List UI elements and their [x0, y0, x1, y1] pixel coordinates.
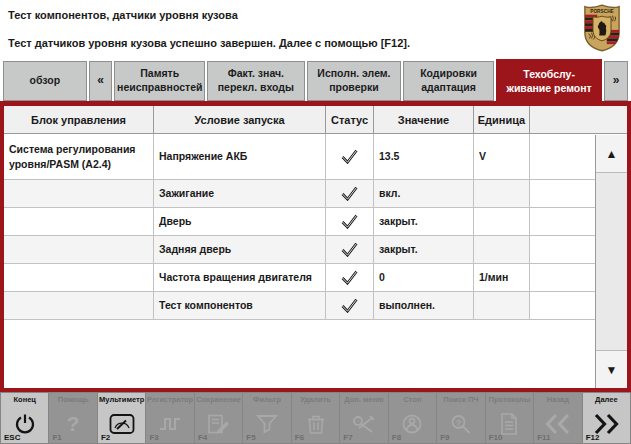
tab-scroll-right[interactable]: »: [604, 61, 628, 101]
toolbar-button-f1: Помощь?F1: [49, 393, 96, 443]
scroll-down-button[interactable]: ▼: [596, 350, 627, 388]
value-cell: 0: [374, 264, 474, 291]
status-cell: [326, 236, 374, 263]
status-cell: [326, 208, 374, 235]
tab-coding[interactable]: Кодировкиадаптация: [403, 61, 494, 101]
condition-cell: Тест компонентов: [154, 292, 326, 319]
extra-menu-icon: [351, 404, 377, 443]
toolbar-button-f4: СохранениеF4: [195, 393, 242, 443]
svg-text:?: ?: [456, 417, 462, 427]
function-key-label: F11: [537, 433, 550, 442]
status-cell: [326, 292, 374, 319]
toolbar-button-label: Конец: [13, 395, 35, 404]
status-ok-icon: [340, 242, 359, 257]
status-cell: [326, 134, 374, 179]
status-cell: [326, 264, 374, 291]
tab-label: проверки: [329, 81, 378, 95]
condition-cell: Дверь: [154, 208, 326, 235]
toolbar-button-f2[interactable]: МультиметрF2: [98, 393, 145, 443]
table-row[interactable]: Задняя дверьзакрыт.: [4, 236, 627, 264]
tab-actuator-tests[interactable]: Исполн. элем.проверки: [307, 61, 402, 101]
units-cell: 1/мин: [474, 264, 530, 291]
unit-cell: [4, 208, 154, 235]
tab-label: неисправностей: [117, 81, 202, 95]
function-key-label: F10: [489, 433, 503, 442]
column-header: Блок управления: [4, 106, 154, 133]
search-icon: ?: [449, 404, 473, 443]
unit-cell: [4, 292, 154, 319]
units-cell: [474, 208, 530, 235]
function-key-bar: КонецESCПомощь?F1МультиметрF2Регистратор…: [0, 392, 631, 444]
trash-icon: [305, 404, 327, 443]
toolbar-button-f3: РегистраторF3: [146, 393, 193, 443]
toolbar-button-f8: СтопF8: [389, 393, 436, 443]
table-row[interactable]: Тест компонентоввыполнен.: [4, 292, 627, 320]
condition-cell: Частота вращения двигателя: [154, 264, 326, 291]
status-ok-icon: [340, 186, 359, 201]
value-cell: 13.5: [374, 134, 474, 179]
value-cell: выполнен.: [374, 292, 474, 319]
table-row[interactable]: Зажиганиевкл.: [4, 180, 627, 208]
toolbar-button-label: Далее: [595, 395, 618, 404]
recorder-icon: [158, 404, 182, 443]
porsche-crest-icon: PORSCHE: [583, 3, 621, 53]
toolbar-button-label: Регистратор: [147, 395, 193, 404]
column-header: Значение: [374, 106, 474, 133]
toolbar-button-label: Мультиметр: [99, 395, 144, 404]
table-row[interactable]: Дверьзакрыт.: [4, 208, 627, 236]
condition-cell: Зажигание: [154, 180, 326, 207]
scrollbar-track[interactable]: [596, 173, 627, 350]
column-header: Условие запуска: [154, 106, 326, 133]
unit-cell: [4, 264, 154, 291]
status-ok-icon: [340, 214, 359, 229]
function-key-label: F5: [246, 433, 255, 442]
toolbar-button-f12[interactable]: ДалееF12: [583, 393, 630, 443]
unit-cell: Система регулирования уровня/PASM (А2.4): [4, 134, 154, 179]
condition-cell: Задняя дверь: [154, 236, 326, 263]
condition-cell: Напряжение АКБ: [154, 134, 326, 179]
toolbar-button-esc[interactable]: КонецESC: [1, 393, 48, 443]
units-cell: [474, 292, 530, 319]
tab-bar: обзор«ПамятьнеисправностейФакт. знач.пер…: [3, 61, 628, 101]
toolbar-button-f5: ФильтрF5: [243, 393, 290, 443]
tab-label: Исполн. элем.: [317, 67, 390, 81]
tab-fault-memory[interactable]: Памятьнеисправностей: [114, 61, 205, 101]
stop-icon: [401, 404, 423, 443]
page-title: Тест компонентов, датчики уровня кузова: [8, 9, 238, 21]
toolbar-button-f11: НазадF11: [534, 393, 581, 443]
toolbar-button-label: Сохранение: [196, 395, 241, 404]
tab-scroll-left[interactable]: «: [89, 61, 113, 101]
tab-label: «: [97, 73, 104, 89]
function-key-label: F2: [101, 433, 110, 442]
units-cell: [474, 236, 530, 263]
function-key-label: ESC: [4, 433, 20, 442]
app-header: Тест компонентов, датчики уровня кузова …: [0, 0, 631, 58]
tab-overview[interactable]: обзор: [3, 61, 87, 101]
toolbar-button-f7: Доп. менюF7: [340, 393, 387, 443]
tab-actual-values[interactable]: Факт. знач.перекл. входы: [207, 61, 305, 101]
units-cell: V: [474, 134, 530, 179]
status-ok-icon: [340, 298, 359, 313]
toolbar-button-label: Помощь: [58, 395, 89, 404]
multimeter-icon: [109, 404, 135, 443]
status-message: Тест датчиков уровня кузова успешно заве…: [8, 37, 410, 49]
function-key-label: F4: [198, 433, 207, 442]
tab-label: перекл. входы: [218, 81, 294, 95]
function-key-label: F3: [149, 433, 158, 442]
table-row[interactable]: Система регулирования уровня/PASM (А2.4)…: [4, 134, 627, 180]
tab-label: Факт. знач.: [228, 67, 284, 81]
scroll-up-button[interactable]: ▲: [596, 135, 627, 173]
value-cell: вкл.: [374, 180, 474, 207]
tab-label: обзор: [30, 74, 61, 88]
toolbar-button-label: Стоп: [403, 395, 421, 404]
tab-label: адаптация: [421, 81, 476, 95]
tab-maintenance[interactable]: Техобслу-живание ремонт: [496, 59, 602, 105]
toolbar-button-label: Поиск ПЧ: [443, 395, 478, 404]
value-cell: закрыт.: [374, 236, 474, 263]
value-cell: закрыт.: [374, 208, 474, 235]
table-row[interactable]: Частота вращения двигателя01/мин: [4, 264, 627, 292]
function-key-label: F8: [392, 433, 401, 442]
function-key-label: F1: [52, 433, 61, 442]
column-header: Единица: [474, 106, 530, 133]
svg-text:PORSCHE: PORSCHE: [590, 9, 614, 14]
